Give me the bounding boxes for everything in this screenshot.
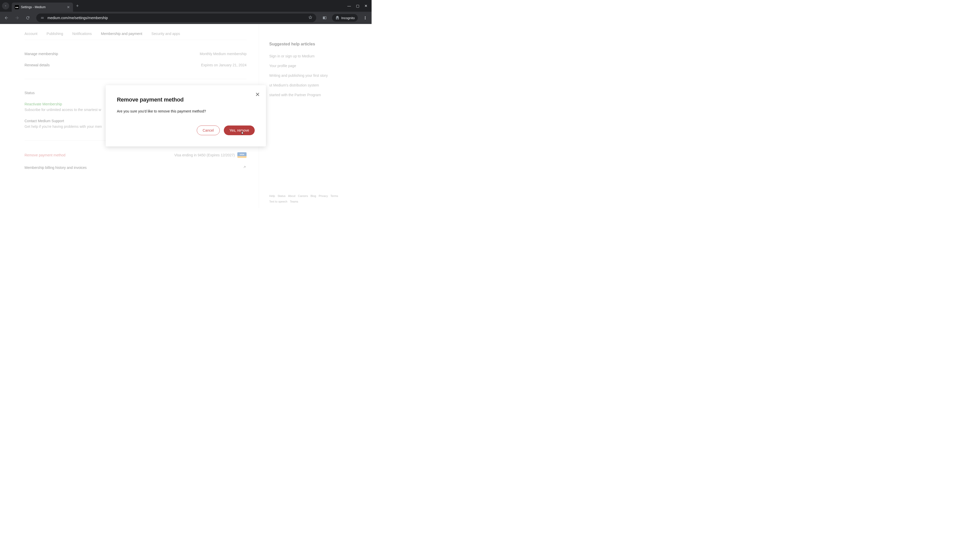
minimize-button[interactable]: — [347, 4, 351, 8]
modal-text: Are you sure you'd like to remove this p… [117, 109, 255, 113]
url-text: medium.com/me/settings/membership [48, 16, 305, 20]
maximize-button[interactable]: ▢ [356, 4, 360, 8]
browser-tab[interactable]: ●● Settings - Medium ✕ [12, 3, 73, 12]
browser-tab-strip: ●● Settings - Medium ✕ + — ▢ ✕ [0, 0, 372, 12]
incognito-badge[interactable]: Incognito [332, 14, 358, 22]
modal-close-icon[interactable]: ✕ [255, 91, 260, 98]
address-bar[interactable]: medium.com/me/settings/membership [36, 14, 316, 22]
confirm-remove-button[interactable]: Yes, remove [224, 125, 255, 135]
cancel-button[interactable]: Cancel [197, 125, 220, 135]
reload-button[interactable] [24, 14, 32, 22]
browser-menu-icon[interactable] [361, 14, 369, 22]
new-tab-button[interactable]: + [76, 3, 79, 9]
forward-button[interactable] [13, 14, 21, 22]
tab-close-icon[interactable]: ✕ [67, 5, 70, 9]
back-button[interactable] [2, 14, 11, 22]
modal-actions: Cancel Yes, remove [117, 125, 255, 135]
close-window-button[interactable]: ✕ [364, 4, 368, 8]
modal-overlay: ✕ Remove payment method Are you sure you… [0, 24, 372, 208]
medium-favicon: ●● [15, 5, 19, 9]
browser-toolbar: medium.com/me/settings/membership Incogn… [0, 12, 372, 24]
incognito-label: Incognito [341, 16, 355, 20]
bookmark-star-icon[interactable] [308, 15, 313, 21]
side-panel-icon[interactable] [320, 14, 329, 22]
modal-title: Remove payment method [117, 97, 255, 103]
window-controls: — ▢ ✕ [347, 4, 369, 8]
site-info-icon[interactable] [40, 15, 45, 21]
tab-search-button[interactable] [2, 2, 9, 10]
remove-payment-modal: ✕ Remove payment method Are you sure you… [106, 85, 266, 146]
tab-title: Settings - Medium [21, 5, 65, 9]
